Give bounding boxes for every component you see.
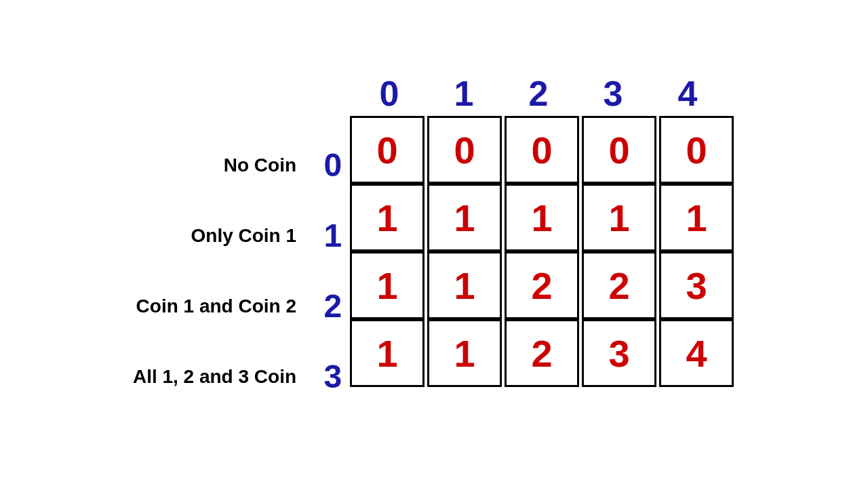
grid-section: 01234 00000111111122311234	[349, 76, 735, 386]
grid-cell: 3	[659, 251, 734, 319]
grid-cell: 0	[659, 116, 734, 184]
grid-cell: 1	[427, 319, 502, 387]
col-header: 0	[352, 76, 427, 111]
col-header: 1	[427, 76, 501, 111]
grid-cell: 1	[582, 184, 656, 251]
main-container: No Coin0Only Coin 11Coin 1 and Coin 22Al…	[133, 76, 735, 412]
grid-cell: 0	[582, 116, 656, 184]
grid-cell: 1	[427, 184, 502, 251]
row-label-text: All 1, 2 and 3 Coin	[133, 366, 296, 388]
grid-row: 00000	[349, 115, 735, 182]
grid-cell: 1	[505, 184, 579, 251]
col-header: 3	[576, 76, 650, 111]
grid-cell: 2	[505, 251, 579, 319]
grid-cell: 3	[582, 319, 656, 387]
row-label-text: Coin 1 and Coin 2	[136, 296, 296, 317]
col-header: 2	[501, 76, 576, 111]
grid-row: 11223	[349, 250, 735, 318]
row-label-group: All 1, 2 and 3 Coin3	[133, 342, 342, 412]
row-label-group: Only Coin 11	[191, 201, 342, 271]
grid-cell: 1	[350, 319, 425, 387]
grid-wrapper: No Coin0Only Coin 11Coin 1 and Coin 22Al…	[133, 76, 735, 412]
grid-cell: 0	[427, 116, 502, 184]
grid-rows: 00000111111122311234	[349, 115, 735, 386]
grid-cell: 1	[350, 184, 425, 251]
col-headers: 01234	[352, 76, 735, 111]
grid-cell: 1	[659, 184, 734, 251]
grid-cell: 0	[505, 116, 579, 184]
row-label-text: Only Coin 1	[191, 225, 297, 247]
row-label-number: 2	[304, 290, 342, 323]
grid-cell: 0	[350, 116, 425, 184]
col-header: 4	[650, 76, 725, 111]
left-labels: No Coin0Only Coin 11Coin 1 and Coin 22Al…	[133, 76, 342, 412]
grid-cell: 4	[659, 319, 734, 387]
grid-cell: 2	[582, 251, 656, 319]
row-label-text: No Coin	[224, 155, 296, 176]
grid-cell: 2	[505, 319, 579, 387]
grid-row: 11234	[349, 318, 735, 386]
row-label-number: 3	[304, 361, 342, 393]
row-label-number: 0	[304, 149, 342, 182]
row-label-group: Coin 1 and Coin 22	[136, 271, 342, 342]
grid-row: 11111	[349, 182, 735, 250]
grid-cell: 1	[427, 251, 502, 319]
row-label-group: No Coin0	[224, 130, 342, 201]
row-label-number: 1	[304, 220, 342, 252]
grid-cell: 1	[350, 251, 425, 319]
